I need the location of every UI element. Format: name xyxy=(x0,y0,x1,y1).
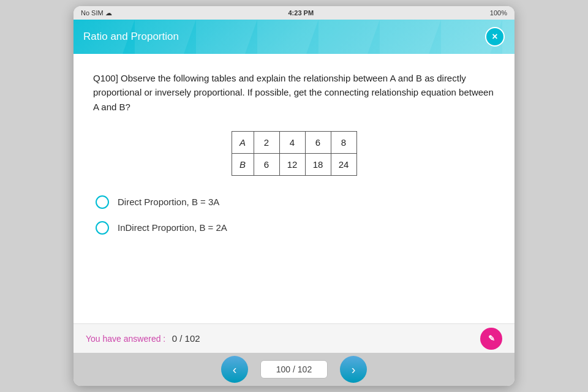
nav-bar: ‹ 100 / 102 › xyxy=(74,353,514,386)
option-1[interactable]: Direct Proportion, B = 3A xyxy=(96,195,492,209)
carrier-label: No SIM ☁ xyxy=(81,9,112,17)
answered-num: 0 xyxy=(172,333,177,344)
radio-1[interactable] xyxy=(96,195,109,209)
question-text: Q100] Observe the following tables and e… xyxy=(93,71,495,114)
row-b-val-1: 6 xyxy=(254,153,279,175)
status-left: No SIM ☁ xyxy=(81,9,112,17)
option-1-label: Direct Proportion, B = 3A xyxy=(118,197,219,207)
option-2-label: InDirect Proportion, B = 2A xyxy=(118,222,227,233)
next-button[interactable]: › xyxy=(340,356,367,383)
proportion-table: A 2 4 6 8 B 6 12 18 24 xyxy=(232,131,357,176)
row-b-val-2: 12 xyxy=(279,153,305,175)
radio-2[interactable] xyxy=(96,221,109,235)
battery-label: 100% xyxy=(490,9,507,17)
page-indicator: 100 / 102 xyxy=(260,360,328,379)
device-frame: No SIM ☁ 4:23 PM 100% Ratio and Proporti… xyxy=(74,6,514,386)
answered-total: 102 xyxy=(185,333,200,344)
status-time: 4:23 PM xyxy=(288,9,314,17)
row-b-val-4: 24 xyxy=(331,153,356,175)
answered-container: You have answered : 0 / 102 xyxy=(86,333,200,344)
footer-status: You have answered : 0 / 102 ✎ xyxy=(74,323,514,353)
row-a-label: A xyxy=(232,131,254,153)
close-button[interactable]: × xyxy=(485,27,505,47)
table-row-b: B 6 12 18 24 xyxy=(232,153,356,175)
header-title: Ratio and Proportion xyxy=(83,31,179,43)
options-list: Direct Proportion, B = 3A InDirect Propo… xyxy=(93,195,495,235)
row-b-val-3: 18 xyxy=(305,153,331,175)
avatar-icon: ✎ xyxy=(488,334,495,343)
status-right: 100% xyxy=(490,9,507,17)
option-2[interactable]: InDirect Proportion, B = 2A xyxy=(96,221,492,235)
table-row-a: A 2 4 6 8 xyxy=(232,131,356,153)
table-container: A 2 4 6 8 B 6 12 18 24 xyxy=(93,131,495,176)
answered-label: You have answered : xyxy=(86,334,165,344)
row-a-val-2: 4 xyxy=(279,131,305,153)
header: Ratio and Proportion × xyxy=(74,20,514,54)
user-avatar[interactable]: ✎ xyxy=(480,328,502,350)
row-a-val-4: 8 xyxy=(331,131,356,153)
content-area: Q100] Observe the following tables and e… xyxy=(74,54,514,323)
answered-sep: / xyxy=(179,333,184,344)
answered-score: 0 / 102 xyxy=(172,333,200,344)
row-a-val-1: 2 xyxy=(254,131,279,153)
prev-button[interactable]: ‹ xyxy=(221,356,248,383)
status-bar: No SIM ☁ 4:23 PM 100% xyxy=(74,6,514,20)
row-a-val-3: 6 xyxy=(305,131,331,153)
row-b-label: B xyxy=(232,153,254,175)
